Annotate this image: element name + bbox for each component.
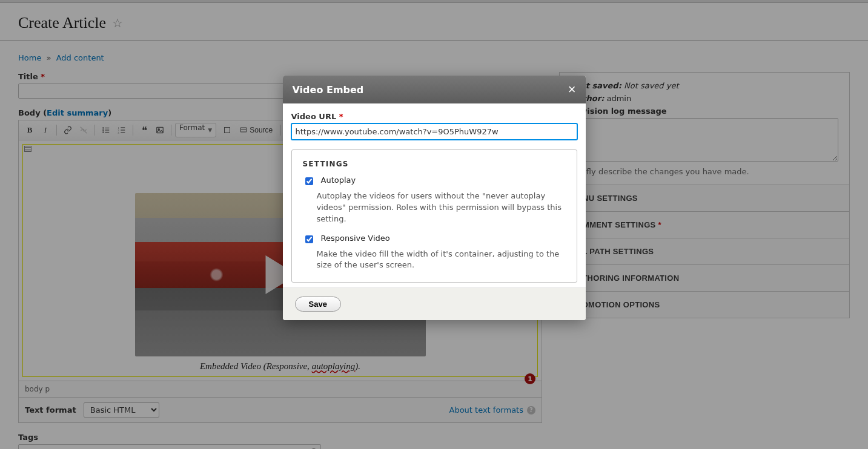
settings-fieldset: Settings Autoplay Autoplay the videos fo… (291, 149, 577, 283)
modal-overlay[interactable]: Video Embed × Video URL * Settings Autop… (0, 0, 868, 449)
autoplay-label[interactable]: Autoplay (321, 175, 356, 185)
responsive-label[interactable]: Responsive Video (321, 234, 390, 243)
close-icon[interactable]: × (568, 83, 576, 96)
video-url-label: Video URL * (291, 112, 577, 121)
required-marker: * (339, 112, 343, 121)
save-button[interactable]: Save (295, 297, 341, 312)
video-embed-dialog: Video Embed × Video URL * Settings Autop… (283, 76, 586, 320)
autoplay-helptext: Autoplay the videos for users without th… (317, 191, 566, 225)
responsive-checkbox[interactable] (305, 235, 313, 243)
dialog-actions: Save (283, 287, 586, 320)
dialog-title: Video Embed (293, 84, 364, 96)
dialog-titlebar[interactable]: Video Embed × (283, 76, 586, 103)
video-url-input[interactable] (291, 123, 577, 140)
autoplay-checkbox[interactable] (305, 177, 313, 185)
settings-legend: Settings (303, 160, 566, 168)
responsive-helptext: Make the video fill the width of it's co… (317, 249, 566, 272)
